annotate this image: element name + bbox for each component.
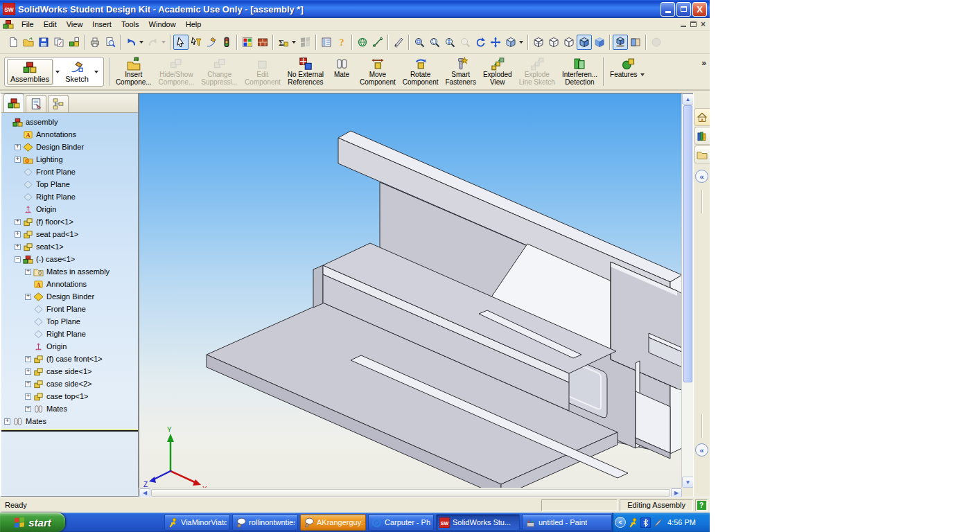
measure-button[interactable]: Σ <box>276 35 291 50</box>
child-minimize-button[interactable] <box>681 22 686 27</box>
options-list-button[interactable] <box>319 35 334 50</box>
tree-item-assembly[interactable]: assembly <box>1 116 138 128</box>
tree-item-top-plane[interactable]: Top Plane <box>1 178 138 190</box>
horizontal-scrollbar[interactable]: ◀ ▶ <box>139 488 682 497</box>
tree-item-f-floor-1[interactable]: +(f) floor<1> <box>1 215 138 228</box>
tree-item-front-plane[interactable]: Front Plane <box>1 166 138 178</box>
hidden-lines-removed-button[interactable] <box>561 35 577 50</box>
tree-item-lighting[interactable]: +Lighting <box>1 153 138 166</box>
undo-button[interactable] <box>123 35 139 50</box>
probe-tool-button[interactable] <box>391 35 406 50</box>
close-button[interactable]: X <box>692 2 707 17</box>
taskbar-button-2[interactable]: rollinontwnties ... <box>232 514 298 531</box>
zoom-to-selection-button[interactable] <box>457 35 473 50</box>
tree-expander[interactable]: + <box>25 369 31 375</box>
menu-view[interactable]: View <box>62 19 88 30</box>
design-library-tab[interactable] <box>694 127 710 145</box>
shadows-in-shaded-mode-button[interactable] <box>613 35 628 50</box>
select-button[interactable] <box>173 35 189 50</box>
tray-collapse-chevron[interactable]: < <box>615 517 626 528</box>
tree-item-case-top-1[interactable]: +case top<1> <box>1 390 138 402</box>
view-orientation-dropdown-arrow[interactable] <box>519 41 523 44</box>
tree-item-annotations[interactable]: AAnnotations <box>1 128 138 141</box>
make-drawing-button[interactable] <box>51 35 67 50</box>
curvature-button[interactable] <box>649 35 664 50</box>
undo-dropdown-arrow[interactable] <box>139 41 143 44</box>
tree-item-case-side-2[interactable]: +case side<2> <box>1 378 138 390</box>
tree-item-mates[interactable]: +Mates <box>1 415 138 427</box>
wireframe-button[interactable] <box>531 35 546 50</box>
move-component-button[interactable]: MoveComponent <box>356 55 399 88</box>
interference-detection-button[interactable]: Interferen...Detection <box>559 55 601 88</box>
start-button[interactable]: start <box>0 513 65 532</box>
tree-expander[interactable]: + <box>25 356 31 362</box>
tree-item-annotations[interactable]: AAnnotations <box>1 278 138 290</box>
menu-window[interactable]: Window <box>144 19 181 30</box>
sketch-dropdown-arrow[interactable] <box>94 71 98 73</box>
shaded-button[interactable] <box>592 35 607 50</box>
taskbar-button-3[interactable]: AKrangerguy1... <box>300 514 366 531</box>
toolbar-overflow-chevron[interactable]: » <box>701 58 706 68</box>
tree-item-case-side-1[interactable]: +case side<1> <box>1 365 138 378</box>
vertical-scrollbar[interactable]: ▲ ▼ <box>681 94 693 488</box>
tab-configuration-manager[interactable] <box>48 95 69 112</box>
tab-assemblies[interactable]: Assemblies <box>7 59 53 85</box>
aimman-icon[interactable] <box>628 517 638 528</box>
tab-sketch[interactable]: Sketch <box>62 60 91 84</box>
redo-button[interactable] <box>146 35 161 50</box>
vertical-scroll-thumb[interactable] <box>683 105 692 382</box>
redo-dropdown-arrow[interactable] <box>161 41 166 44</box>
texture-button[interactable] <box>255 35 270 50</box>
new-document-button[interactable] <box>6 35 21 50</box>
status-help-button[interactable]: ? <box>695 499 708 511</box>
zoom-to-area-button[interactable] <box>427 35 442 50</box>
save-button[interactable] <box>36 35 51 50</box>
task-pane-grip-lower[interactable] <box>701 414 703 438</box>
zoom-to-fit-button[interactable] <box>412 35 427 50</box>
taskbar-button-1[interactable]: ViaMinorViator'... <box>164 514 230 531</box>
taskbar-button-5[interactable]: SWSolidWorks Stu... <box>436 514 520 531</box>
zoom-in-out-button[interactable] <box>442 35 457 50</box>
menu-edit[interactable]: Edit <box>39 19 62 30</box>
menu-help[interactable]: Help <box>181 19 207 30</box>
minimize-button[interactable] <box>660 2 675 17</box>
tree-item-right-plane[interactable]: Right Plane <box>1 328 138 340</box>
make-assembly-button[interactable] <box>67 35 82 50</box>
tree-item-design-binder[interactable]: +Design Binder <box>1 141 138 153</box>
tree-item-f-case-front-1[interactable]: +(f) case front<1> <box>1 353 138 365</box>
tree-item-design-binder[interactable]: +Design Binder <box>1 290 138 303</box>
tree-expander[interactable]: + <box>25 381 31 387</box>
selection-filter-button[interactable] <box>189 35 204 50</box>
hidden-lines-visible-button[interactable] <box>546 35 561 50</box>
taskbar-button-4[interactable]: eCarputer - Pho... <box>368 514 434 531</box>
features-dropdown-arrow[interactable] <box>640 73 645 76</box>
tree-item-mates[interactable]: +Mates <box>1 402 138 415</box>
tree-expander[interactable]: + <box>15 244 21 250</box>
child-close-button[interactable]: × <box>701 19 706 29</box>
file-explorer-tab[interactable] <box>694 145 710 163</box>
print-preview-button[interactable] <box>103 35 118 50</box>
tree-expander[interactable]: + <box>25 294 31 300</box>
open-document-button[interactable] <box>21 35 36 50</box>
edit-color-button[interactable] <box>240 35 255 50</box>
assemblies-dropdown-arrow[interactable] <box>55 71 60 73</box>
section-view-button[interactable] <box>628 35 643 50</box>
horizontal-scroll-thumb[interactable] <box>151 489 670 497</box>
tree-item-right-plane[interactable]: Right Plane <box>1 190 138 203</box>
tree-expander[interactable]: − <box>15 256 21 263</box>
tree-expander[interactable]: + <box>25 269 31 275</box>
help-button[interactable]: ? <box>334 35 349 50</box>
web-hyperlink-button[interactable] <box>355 35 370 50</box>
shaded-with-edges-button[interactable] <box>577 35 592 50</box>
tree-item-front-plane[interactable]: Front Plane <box>1 303 138 315</box>
graphics-viewport[interactable]: Y X Z <box>139 94 681 488</box>
tree-expander[interactable]: + <box>15 231 21 238</box>
restore-button[interactable] <box>676 2 691 17</box>
tree-item-seat-1[interactable]: +seat<1> <box>1 240 138 253</box>
tree-expander[interactable]: + <box>15 157 21 163</box>
web-clip-button[interactable] <box>370 35 385 50</box>
smart-fasteners-button[interactable]: SmartFasteners <box>441 55 479 88</box>
tree-item-seat-pad-1[interactable]: +seat pad<1> <box>1 228 138 240</box>
no-external-references-button[interactable]: No ExternalReferences <box>284 55 327 88</box>
scroll-up-arrow[interactable]: ▲ <box>682 94 694 105</box>
